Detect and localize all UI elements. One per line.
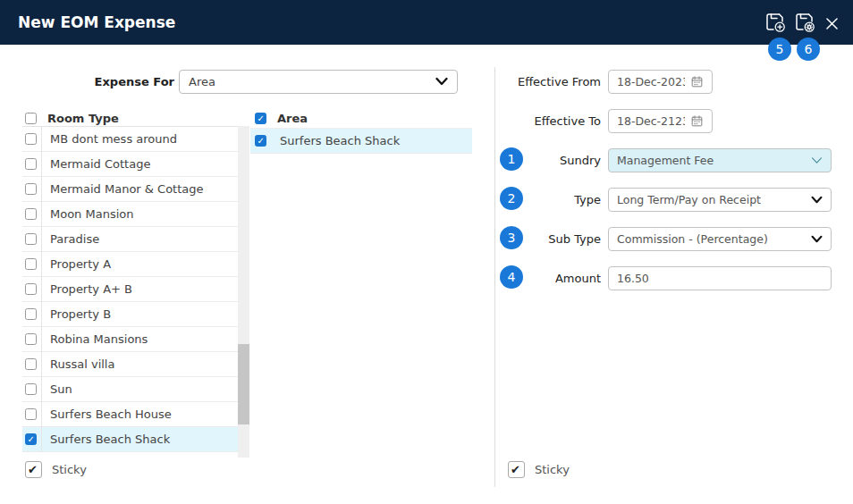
sticky-left-label: Sticky [52,463,87,476]
room-type-row-mermaid-manor-cottage[interactable]: Mermaid Manor & Cottage [22,177,238,202]
room-type-checkbox-sun[interactable] [25,383,37,395]
step-badge-5: 5 [768,38,791,61]
area-header-label: Area [277,112,308,125]
room-type-row-surfers-beach-house[interactable]: Surfers Beach House [22,402,238,427]
amount-input[interactable]: 16.50 [608,266,832,290]
effective-from-label: Effective From [496,75,601,88]
type-value: Long Term/Pay on Receipt [617,193,806,206]
row-label: Property A [50,257,111,271]
area-row-surfers-beach-shack[interactable]: Surfers Beach Shack [250,129,472,154]
room-type-row-mermaid-cottage[interactable]: Mermaid Cottage [22,152,238,177]
room-type-row-russal-villa[interactable]: Russal villa [22,352,238,377]
room-type-row-robina-mansions[interactable]: Robina Mansions [22,327,238,352]
calendar-icon[interactable] [690,114,704,128]
room-type-row-paradise[interactable]: Paradise [22,227,238,252]
sticky-right-label: Sticky [535,463,570,476]
room-type-list: MB dont mess aroundMermaid CottageMermai… [22,126,238,452]
step-badge-3: 3 [500,226,523,249]
calendar-icon[interactable] [690,75,704,88]
amount-value: 16.50 [617,272,823,285]
area-checkbox-surfers-beach-shack[interactable] [255,135,266,147]
effective-to-value: 18-Dec-2123 [617,114,685,128]
room-type-checkbox-russal-villa[interactable] [25,358,37,370]
room-type-checkbox-paradise[interactable] [25,233,37,245]
room-type-row-surfers-beach-shack[interactable]: Surfers Beach Shack [22,427,238,452]
room-type-list-header: Room Type [22,111,237,125]
close-icon[interactable] [823,13,845,34]
save-add-icon[interactable] [764,12,786,33]
room-type-checkbox-mermaid-cottage[interactable] [25,158,37,170]
row-label: MB dont mess around [50,132,177,146]
sub-type-value: Commission - (Percentage) [617,232,806,246]
step-badge-6: 6 [797,38,820,61]
row-label: Surfers Beach Shack [50,433,170,446]
room-type-row-property-b[interactable]: Property B [22,302,238,327]
sundry-value: Management Fee [617,154,806,167]
area-list: Surfers Beach Shack [250,128,472,154]
expense-for-value: Area [189,75,435,88]
panel-divider [494,67,495,487]
sub-type-select[interactable]: Commission - (Percentage) [608,227,832,251]
row-label: Surfers Beach House [50,407,172,421]
effective-to-label: Effective To [496,114,601,128]
save-settings-icon[interactable] [794,12,815,33]
room-type-row-mb-dont-mess-around[interactable]: MB dont mess around [22,127,238,152]
room-type-checkbox-property-a[interactable] [25,258,37,270]
row-label: Surfers Beach Shack [280,134,400,147]
room-type-checkbox-surfers-beach-shack[interactable] [25,433,37,445]
room-type-row-moon-mansion[interactable]: Moon Mansion [22,202,238,227]
chevron-down-icon [811,196,823,204]
room-type-row-property-a-b[interactable]: Property A+ B [22,277,238,302]
chevron-down-icon [811,235,823,243]
area-list-header: Area [250,111,472,125]
room-type-checkbox-mb-dont-mess-around[interactable] [25,133,37,145]
room-type-row-sun[interactable]: Sun [22,377,238,402]
step-badge-1: 1 [500,147,523,171]
row-label: Mermaid Cottage [50,157,150,171]
dialog-title: New EOM Expense [18,0,175,45]
row-label: Property B [50,307,111,321]
row-label: Sun [50,382,72,396]
new-eom-expense-dialog: New EOM Expense 5 6 Expense For Area [0,0,853,504]
room-type-checkbox-mermaid-manor-cottage[interactable] [25,183,37,195]
effective-from-input[interactable]: 18-Dec-2023 [608,70,713,94]
scrollbar-thumb[interactable] [238,344,249,424]
room-type-row-property-a[interactable]: Property A [22,252,238,277]
room-type-checkbox-moon-mansion[interactable] [25,208,37,220]
type-select[interactable]: Long Term/Pay on Receipt [608,188,832,212]
select-all-areas-checkbox[interactable] [255,113,266,124]
sticky-left-box[interactable] [25,461,42,478]
expense-for-select[interactable]: Area [179,70,458,94]
row-label: Russal villa [50,357,114,371]
row-label: Robina Mansions [50,332,148,346]
sticky-checkbox-left[interactable]: Sticky [25,461,87,478]
row-label: Property A+ B [50,282,132,296]
sticky-right-box[interactable] [508,461,525,478]
room-type-checkbox-surfers-beach-house[interactable] [25,408,37,420]
row-label: Moon Mansion [50,207,134,221]
select-all-room-types-checkbox[interactable] [25,113,37,124]
expense-for-label: Expense For [0,75,174,88]
sticky-checkbox-right[interactable]: Sticky [508,461,570,478]
step-badge-2: 2 [500,187,523,210]
sundry-select[interactable]: Management Fee [608,148,832,172]
step-badge-4: 4 [500,265,523,289]
chevron-down-icon [811,156,823,164]
room-type-checkbox-property-b[interactable] [25,308,37,320]
row-label: Paradise [50,232,99,246]
room-type-header-label: Room Type [47,112,119,125]
room-list-scrollbar[interactable] [238,126,249,458]
effective-to-input[interactable]: 18-Dec-2123 [608,109,713,133]
effective-from-value: 18-Dec-2023 [617,75,685,88]
room-type-checkbox-robina-mansions[interactable] [25,333,37,345]
chevron-down-icon [435,75,448,88]
row-label: Mermaid Manor & Cottage [50,182,204,196]
room-type-checkbox-property-a-b[interactable] [25,283,37,295]
